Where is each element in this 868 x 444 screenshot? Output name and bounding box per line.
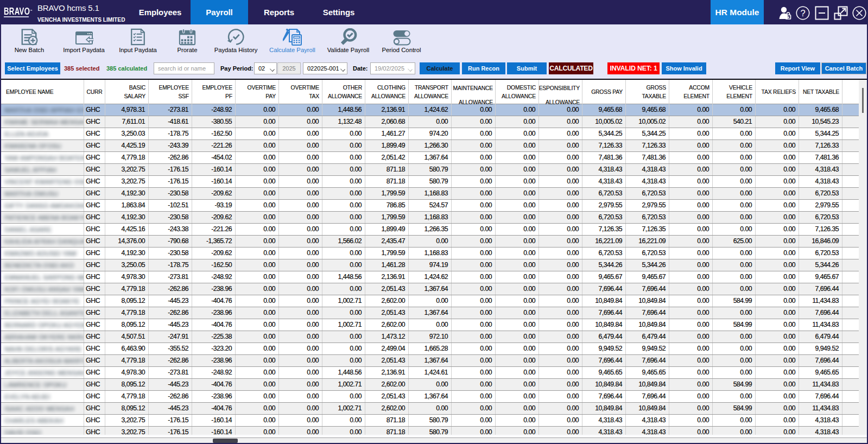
svg-text:?: ? (800, 8, 805, 18)
